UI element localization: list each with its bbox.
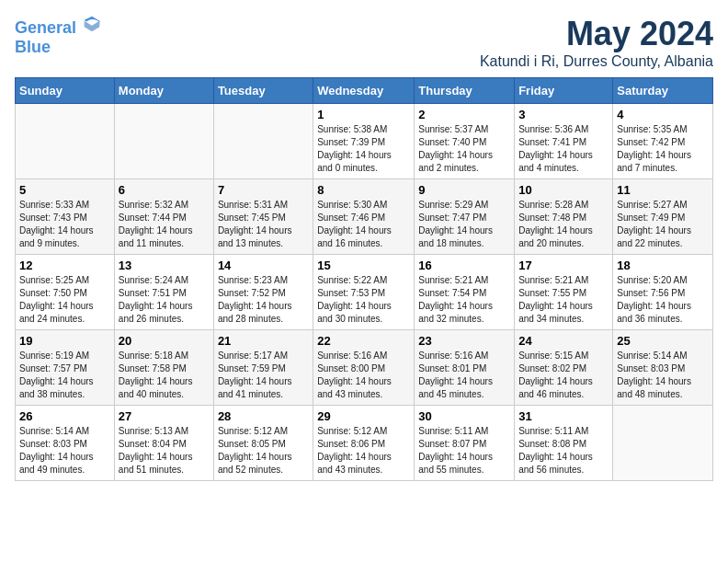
- calendar-cell: 7Sunrise: 5:31 AM Sunset: 7:45 PM Daylig…: [213, 179, 313, 255]
- day-number: 7: [218, 183, 309, 197]
- day-detail: Sunrise: 5:36 AM Sunset: 7:41 PM Dayligh…: [518, 123, 609, 175]
- day-number: 22: [317, 334, 410, 348]
- day-number: 23: [418, 334, 510, 348]
- calendar-week-4: 19Sunrise: 5:19 AM Sunset: 7:57 PM Dayli…: [16, 330, 713, 406]
- day-number: 13: [119, 259, 210, 272]
- day-number: 28: [218, 409, 309, 423]
- day-number: 25: [617, 334, 709, 348]
- day-number: 31: [518, 409, 609, 423]
- day-number: 6: [119, 183, 210, 197]
- title-block: May 2024 Katundi i Ri, Durres County, Al…: [480, 15, 713, 70]
- weekday-header-sunday: Sunday: [16, 78, 115, 104]
- day-detail: Sunrise: 5:16 AM Sunset: 8:00 PM Dayligh…: [317, 350, 410, 401]
- day-detail: Sunrise: 5:13 AM Sunset: 8:04 PM Dayligh…: [119, 425, 210, 477]
- calendar-cell: 27Sunrise: 5:13 AM Sunset: 8:04 PM Dayli…: [114, 406, 213, 481]
- calendar-cell: 22Sunrise: 5:16 AM Sunset: 8:00 PM Dayli…: [313, 330, 415, 406]
- subtitle: Katundi i Ri, Durres County, Albania: [480, 53, 713, 70]
- day-number: 19: [19, 334, 110, 348]
- day-number: 1: [317, 108, 410, 121]
- calendar-cell: 20Sunrise: 5:18 AM Sunset: 7:58 PM Dayli…: [114, 330, 213, 406]
- day-number: 27: [119, 409, 210, 423]
- weekday-header-monday: Monday: [114, 78, 213, 104]
- day-detail: Sunrise: 5:16 AM Sunset: 8:01 PM Dayligh…: [418, 350, 510, 401]
- weekday-header-saturday: Saturday: [613, 78, 713, 104]
- calendar-cell: 5Sunrise: 5:33 AM Sunset: 7:43 PM Daylig…: [16, 179, 115, 255]
- calendar-cell: 28Sunrise: 5:12 AM Sunset: 8:05 PM Dayli…: [213, 406, 313, 481]
- calendar-cell: 21Sunrise: 5:17 AM Sunset: 7:59 PM Dayli…: [213, 330, 313, 406]
- calendar-cell: 14Sunrise: 5:23 AM Sunset: 7:52 PM Dayli…: [213, 255, 313, 330]
- day-number: 9: [418, 183, 510, 197]
- weekday-header-tuesday: Tuesday: [213, 78, 313, 104]
- day-detail: Sunrise: 5:37 AM Sunset: 7:40 PM Dayligh…: [418, 123, 510, 175]
- day-detail: Sunrise: 5:20 AM Sunset: 7:56 PM Dayligh…: [617, 274, 709, 326]
- day-number: 30: [418, 409, 510, 423]
- day-detail: Sunrise: 5:33 AM Sunset: 7:43 PM Dayligh…: [19, 199, 110, 250]
- calendar-cell: 13Sunrise: 5:24 AM Sunset: 7:51 PM Dayli…: [114, 255, 213, 330]
- day-number: 10: [518, 183, 609, 197]
- day-detail: Sunrise: 5:21 AM Sunset: 7:55 PM Dayligh…: [518, 274, 609, 326]
- day-detail: Sunrise: 5:12 AM Sunset: 8:06 PM Dayligh…: [317, 425, 410, 477]
- day-detail: Sunrise: 5:19 AM Sunset: 7:57 PM Dayligh…: [19, 350, 110, 401]
- calendar-cell: 16Sunrise: 5:21 AM Sunset: 7:54 PM Dayli…: [415, 255, 515, 330]
- day-detail: Sunrise: 5:21 AM Sunset: 7:54 PM Dayligh…: [418, 274, 510, 326]
- calendar-table: SundayMondayTuesdayWednesdayThursdayFrid…: [15, 77, 713, 481]
- calendar-cell: 3Sunrise: 5:36 AM Sunset: 7:41 PM Daylig…: [515, 104, 613, 179]
- calendar-cell: 11Sunrise: 5:27 AM Sunset: 7:49 PM Dayli…: [613, 179, 713, 255]
- weekday-header-row: SundayMondayTuesdayWednesdayThursdayFrid…: [16, 78, 713, 104]
- day-detail: Sunrise: 5:24 AM Sunset: 7:51 PM Dayligh…: [119, 274, 210, 326]
- day-detail: Sunrise: 5:14 AM Sunset: 8:03 PM Dayligh…: [19, 425, 110, 477]
- calendar-cell: 23Sunrise: 5:16 AM Sunset: 8:01 PM Dayli…: [415, 330, 515, 406]
- day-number: 8: [317, 183, 410, 197]
- day-detail: Sunrise: 5:29 AM Sunset: 7:47 PM Dayligh…: [418, 199, 510, 250]
- calendar-cell: 12Sunrise: 5:25 AM Sunset: 7:50 PM Dayli…: [16, 255, 115, 330]
- day-detail: Sunrise: 5:11 AM Sunset: 8:07 PM Dayligh…: [418, 425, 510, 477]
- day-number: 12: [19, 259, 110, 272]
- day-detail: Sunrise: 5:14 AM Sunset: 8:03 PM Dayligh…: [617, 350, 709, 401]
- calendar-cell: [16, 104, 115, 179]
- logo-text: General: [15, 15, 101, 38]
- calendar-cell: [613, 406, 713, 481]
- day-detail: Sunrise: 5:23 AM Sunset: 7:52 PM Dayligh…: [218, 274, 309, 326]
- calendar-cell: 1Sunrise: 5:38 AM Sunset: 7:39 PM Daylig…: [313, 104, 415, 179]
- day-detail: Sunrise: 5:27 AM Sunset: 7:49 PM Dayligh…: [617, 199, 709, 250]
- calendar-week-1: 1Sunrise: 5:38 AM Sunset: 7:39 PM Daylig…: [16, 104, 713, 179]
- day-number: 14: [218, 259, 309, 272]
- calendar-cell: [114, 104, 213, 179]
- calendar-cell: 24Sunrise: 5:15 AM Sunset: 8:02 PM Dayli…: [515, 330, 613, 406]
- calendar-cell: 29Sunrise: 5:12 AM Sunset: 8:06 PM Dayli…: [313, 406, 415, 481]
- calendar-week-2: 5Sunrise: 5:33 AM Sunset: 7:43 PM Daylig…: [16, 179, 713, 255]
- day-detail: Sunrise: 5:28 AM Sunset: 7:48 PM Dayligh…: [518, 199, 609, 250]
- day-detail: Sunrise: 5:38 AM Sunset: 7:39 PM Dayligh…: [317, 123, 410, 175]
- logo: General Blue: [15, 15, 101, 57]
- calendar-cell: 6Sunrise: 5:32 AM Sunset: 7:44 PM Daylig…: [114, 179, 213, 255]
- calendar-cell: 15Sunrise: 5:22 AM Sunset: 7:53 PM Dayli…: [313, 255, 415, 330]
- day-number: 20: [119, 334, 210, 348]
- calendar-cell: 4Sunrise: 5:35 AM Sunset: 7:42 PM Daylig…: [613, 104, 713, 179]
- day-detail: Sunrise: 5:22 AM Sunset: 7:53 PM Dayligh…: [317, 274, 410, 326]
- weekday-header-wednesday: Wednesday: [313, 78, 415, 104]
- day-detail: Sunrise: 5:25 AM Sunset: 7:50 PM Dayligh…: [19, 274, 110, 326]
- main-title: May 2024: [480, 15, 713, 53]
- calendar-cell: 19Sunrise: 5:19 AM Sunset: 7:57 PM Dayli…: [16, 330, 115, 406]
- day-number: 11: [617, 183, 709, 197]
- calendar-cell: 30Sunrise: 5:11 AM Sunset: 8:07 PM Dayli…: [415, 406, 515, 481]
- day-number: 2: [418, 108, 510, 121]
- calendar-cell: 25Sunrise: 5:14 AM Sunset: 8:03 PM Dayli…: [613, 330, 713, 406]
- day-detail: Sunrise: 5:15 AM Sunset: 8:02 PM Dayligh…: [518, 350, 609, 401]
- calendar-cell: 2Sunrise: 5:37 AM Sunset: 7:40 PM Daylig…: [415, 104, 515, 179]
- day-number: 18: [617, 259, 709, 272]
- day-detail: Sunrise: 5:17 AM Sunset: 7:59 PM Dayligh…: [218, 350, 309, 401]
- day-number: 16: [418, 259, 510, 272]
- day-detail: Sunrise: 5:30 AM Sunset: 7:46 PM Dayligh…: [317, 199, 410, 250]
- day-number: 29: [317, 409, 410, 423]
- day-detail: Sunrise: 5:32 AM Sunset: 7:44 PM Dayligh…: [119, 199, 210, 250]
- calendar-cell: [213, 104, 313, 179]
- day-number: 24: [518, 334, 609, 348]
- logo-icon: [83, 15, 101, 33]
- day-number: 3: [518, 108, 609, 121]
- day-number: 15: [317, 259, 410, 272]
- calendar-week-3: 12Sunrise: 5:25 AM Sunset: 7:50 PM Dayli…: [16, 255, 713, 330]
- day-number: 21: [218, 334, 309, 348]
- calendar-cell: 10Sunrise: 5:28 AM Sunset: 7:48 PM Dayli…: [515, 179, 613, 255]
- day-detail: Sunrise: 5:31 AM Sunset: 7:45 PM Dayligh…: [218, 199, 309, 250]
